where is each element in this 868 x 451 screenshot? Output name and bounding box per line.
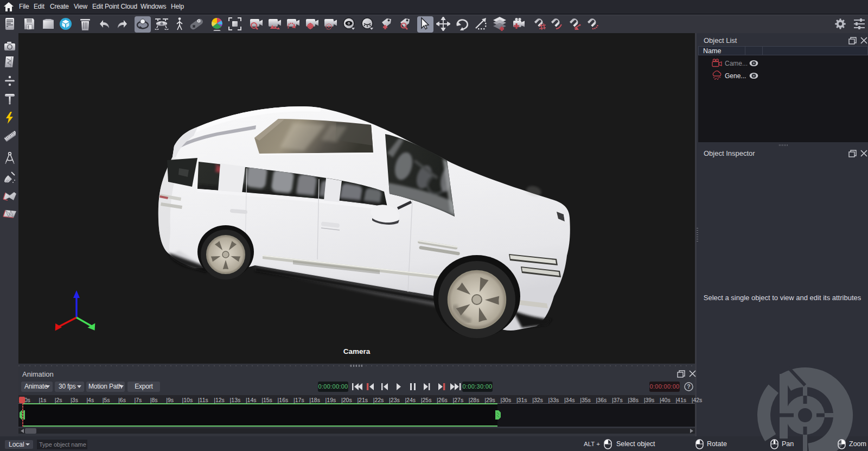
svg-text:?: ? bbox=[687, 383, 690, 390]
